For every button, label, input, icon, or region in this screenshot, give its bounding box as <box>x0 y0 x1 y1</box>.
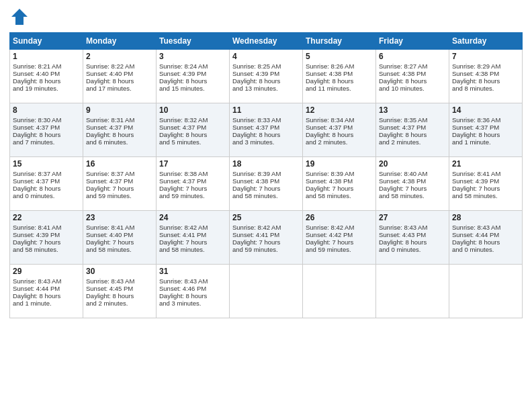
cell-line: Sunset: 4:44 PM <box>452 231 519 238</box>
cell-line: Daylight: 8 hours <box>379 131 446 138</box>
calendar-cell: 18Sunrise: 8:39 AMSunset: 4:38 PMDayligh… <box>230 157 303 211</box>
day-number: 18 <box>232 159 300 169</box>
cell-line: Sunset: 4:37 PM <box>13 124 80 131</box>
calendar-cell: 13Sunrise: 8:35 AMSunset: 4:37 PMDayligh… <box>376 103 449 157</box>
cell-line: Daylight: 8 hours <box>13 77 80 85</box>
cell-line: and 59 minutes. <box>159 192 226 199</box>
day-number: 6 <box>379 52 446 61</box>
cell-line: Daylight: 7 hours <box>159 238 226 246</box>
cell-line: Sunrise: 8:26 AM <box>306 62 373 70</box>
cell-line: Sunset: 4:37 PM <box>379 124 446 131</box>
col-header-sunday: Sunday <box>10 33 83 50</box>
cell-line: and 59 minutes. <box>86 192 153 199</box>
calendar-table: SundayMondayTuesdayWednesdayThursdayFrid… <box>9 32 523 318</box>
cell-line: Sunrise: 8:22 AM <box>86 62 153 70</box>
cell-line: Sunset: 4:39 PM <box>13 231 80 238</box>
day-number: 20 <box>379 159 446 169</box>
cell-line: Sunset: 4:37 PM <box>13 177 80 185</box>
cell-line: Daylight: 8 hours <box>159 77 226 85</box>
cell-line: Sunrise: 8:43 AM <box>379 224 446 231</box>
cell-line: Sunset: 4:39 PM <box>159 70 226 77</box>
calendar-cell: 5Sunrise: 8:26 AMSunset: 4:38 PMDaylight… <box>303 50 376 103</box>
cell-line: Sunrise: 8:21 AM <box>13 62 80 70</box>
logo-icon <box>9 7 30 27</box>
header <box>9 7 523 27</box>
cell-line: Daylight: 7 hours <box>159 185 226 192</box>
cell-line: and 58 minutes. <box>452 192 519 199</box>
cell-line: Sunset: 4:37 PM <box>159 177 226 185</box>
day-number: 13 <box>379 105 446 115</box>
calendar-cell: 15Sunrise: 8:37 AMSunset: 4:37 PMDayligh… <box>10 157 83 211</box>
cell-line: Sunrise: 8:42 AM <box>306 224 373 231</box>
calendar-cell: 23Sunrise: 8:41 AMSunset: 4:40 PMDayligh… <box>83 211 157 265</box>
header-row: SundayMondayTuesdayWednesdayThursdayFrid… <box>10 33 523 50</box>
cell-line: Daylight: 8 hours <box>13 292 80 300</box>
cell-line: Daylight: 8 hours <box>379 238 446 246</box>
calendar-cell: 6Sunrise: 8:27 AMSunset: 4:38 PMDaylight… <box>376 50 449 103</box>
cell-line: and 3 minutes. <box>159 300 226 307</box>
cell-line: and 1 minute. <box>452 138 519 146</box>
cell-line: Sunrise: 8:37 AM <box>13 170 80 177</box>
day-number: 12 <box>306 105 373 115</box>
cell-line: Daylight: 8 hours <box>86 131 153 138</box>
cell-line: Sunrise: 8:37 AM <box>86 170 153 177</box>
cell-line: and 8 minutes. <box>452 85 519 92</box>
day-number: 19 <box>306 159 373 169</box>
cell-line: Sunset: 4:43 PM <box>379 231 446 238</box>
cell-line: and 3 minutes. <box>232 138 300 146</box>
calendar-cell: 11Sunrise: 8:33 AMSunset: 4:37 PMDayligh… <box>230 103 303 157</box>
cell-line: and 58 minutes. <box>232 192 300 199</box>
cell-line: and 0 minutes. <box>452 246 519 253</box>
calendar-cell: 10Sunrise: 8:32 AMSunset: 4:37 PMDayligh… <box>157 103 230 157</box>
cell-line: Daylight: 7 hours <box>306 185 373 192</box>
cell-line: Sunset: 4:37 PM <box>232 124 300 131</box>
calendar-cell: 9Sunrise: 8:31 AMSunset: 4:37 PMDaylight… <box>83 103 157 157</box>
cell-line: Daylight: 8 hours <box>379 77 446 85</box>
cell-line: Daylight: 7 hours <box>306 238 373 246</box>
cell-line: Daylight: 8 hours <box>13 131 80 138</box>
cell-line: and 59 minutes. <box>232 246 300 253</box>
col-header-tuesday: Tuesday <box>157 33 230 50</box>
cell-line: Daylight: 7 hours <box>232 185 300 192</box>
cell-line: Sunrise: 8:41 AM <box>86 224 153 231</box>
calendar-cell <box>376 265 449 318</box>
cell-line: and 2 minutes. <box>379 138 446 146</box>
day-number: 21 <box>452 159 519 169</box>
day-number: 31 <box>159 267 226 276</box>
day-number: 27 <box>379 213 446 222</box>
cell-line: and 2 minutes. <box>86 300 153 307</box>
day-number: 24 <box>159 213 226 222</box>
cell-line: Daylight: 8 hours <box>159 292 226 300</box>
cell-line: Sunrise: 8:43 AM <box>13 277 80 285</box>
day-number: 22 <box>13 213 80 222</box>
cell-line: and 15 minutes. <box>159 85 226 92</box>
cell-line: and 17 minutes. <box>86 85 153 92</box>
day-number: 5 <box>306 52 373 61</box>
cell-line: Sunset: 4:41 PM <box>232 231 300 238</box>
cell-line: and 19 minutes. <box>13 85 80 92</box>
col-header-friday: Friday <box>376 33 449 50</box>
day-number: 28 <box>452 213 519 222</box>
day-number: 25 <box>232 213 300 222</box>
cell-line: and 58 minutes. <box>379 192 446 199</box>
cell-line: Daylight: 8 hours <box>86 77 153 85</box>
calendar-cell: 28Sunrise: 8:43 AMSunset: 4:44 PMDayligh… <box>449 211 523 265</box>
cell-line: Sunset: 4:39 PM <box>232 70 300 77</box>
cell-line: Sunrise: 8:43 AM <box>159 277 226 285</box>
calendar-cell: 19Sunrise: 8:39 AMSunset: 4:38 PMDayligh… <box>303 157 376 211</box>
cell-line: Sunrise: 8:33 AM <box>232 116 300 124</box>
day-number: 3 <box>159 52 226 61</box>
day-number: 26 <box>306 213 373 222</box>
col-header-monday: Monday <box>83 33 157 50</box>
day-number: 10 <box>159 105 226 115</box>
cell-line: Daylight: 8 hours <box>452 131 519 138</box>
calendar-cell: 26Sunrise: 8:42 AMSunset: 4:42 PMDayligh… <box>303 211 376 265</box>
logo <box>9 7 32 27</box>
cell-line: Sunrise: 8:31 AM <box>86 116 153 124</box>
cell-line: Sunrise: 8:39 AM <box>306 170 373 177</box>
week-row-4: 22Sunrise: 8:41 AMSunset: 4:39 PMDayligh… <box>10 211 523 265</box>
cell-line: Sunset: 4:38 PM <box>232 177 300 185</box>
cell-line: Sunrise: 8:30 AM <box>13 116 80 124</box>
cell-line: Sunset: 4:38 PM <box>379 70 446 77</box>
calendar-cell: 4Sunrise: 8:25 AMSunset: 4:39 PMDaylight… <box>230 50 303 103</box>
